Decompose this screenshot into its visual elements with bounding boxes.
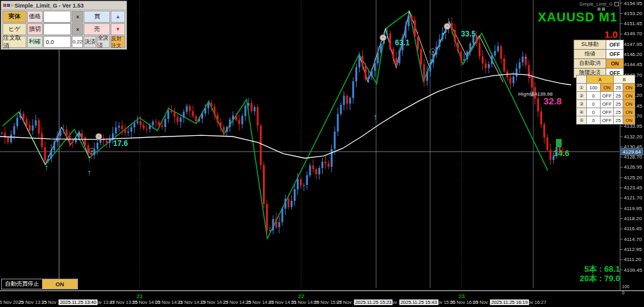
cancel-order-button[interactable]: 注文取消 <box>3 36 26 48</box>
candle-body <box>343 96 345 105</box>
candle-body <box>408 16 409 26</box>
candle-body <box>63 130 65 130</box>
candle-body <box>10 135 12 142</box>
order-panel-titlebar[interactable]: Simple_Limit_G - Ver 1.53 <box>1 1 126 10</box>
candle-body <box>260 126 262 165</box>
clear-price-button[interactable]: x <box>72 11 83 23</box>
stoploss-input[interactable] <box>43 23 72 35</box>
candle-body <box>279 222 280 227</box>
candle-body <box>303 185 305 186</box>
candle-body <box>263 165 265 204</box>
candle-body <box>441 33 443 39</box>
candle-body <box>84 137 86 145</box>
candle-body <box>149 125 151 129</box>
candle-body <box>13 126 15 135</box>
candle-body <box>41 133 43 147</box>
ab-b-state-button[interactable]: ON <box>623 100 635 108</box>
ab-a-state-button[interactable]: OFF <box>601 92 614 100</box>
toggle-button[interactable]: OFF <box>606 50 624 59</box>
body-button[interactable]: 実体 <box>3 11 26 23</box>
delete-icon[interactable] <box>614 2 619 6</box>
ab-b-value[interactable]: 25 <box>614 100 623 108</box>
candle-body <box>355 67 357 81</box>
ab-a-state-button[interactable]: OFF <box>601 100 614 108</box>
candle-body <box>411 16 413 20</box>
ab-b-value[interactable]: 25 <box>614 108 623 116</box>
ab-b-value[interactable]: 25 <box>614 116 623 125</box>
ab-a-value[interactable]: 0 <box>587 116 601 125</box>
title-dot-red <box>3 4 6 7</box>
candle-body <box>133 123 135 128</box>
candle-body <box>217 114 219 122</box>
candle-body <box>26 120 28 125</box>
candle-body <box>272 219 274 230</box>
ab-b-state-button[interactable]: ON <box>623 116 635 125</box>
autotrade-toggle-button[interactable]: ON <box>42 279 77 289</box>
ab-col-b[interactable]: B <box>614 75 635 84</box>
toggle-table: SL移動 OFF指値 OFF自動取消 ON陰陽決済 OFF <box>574 40 624 78</box>
candle-body <box>125 129 126 133</box>
price-tick-label: 4132.20 <box>624 134 642 140</box>
price-down-button[interactable]: ▼ <box>111 23 125 35</box>
time-marker-box: 2025.11.25 15:43 <box>399 299 438 305</box>
candle-body <box>23 113 25 119</box>
ab-b-state-button[interactable]: ON <box>623 84 635 92</box>
close-button[interactable]: 決済 <box>84 36 96 48</box>
sell-button[interactable]: 売 <box>84 23 110 35</box>
close-all-button[interactable]: 全決済 <box>97 36 110 48</box>
ab-b-state-button[interactable]: ON <box>623 92 635 100</box>
ab-b-state-button[interactable]: ON <box>623 108 635 116</box>
candle-body <box>491 55 493 64</box>
toggle-label: 自動取消 <box>574 59 606 69</box>
candle-body <box>183 112 185 118</box>
ab-row-number: ② <box>577 92 587 100</box>
ab-col-a[interactable]: A <box>587 75 614 84</box>
candle-body <box>235 116 237 120</box>
candle-body <box>127 131 129 133</box>
candle-body <box>50 150 52 159</box>
toggle-button[interactable]: ON <box>606 59 624 69</box>
ab-a-value[interactable]: 0 <box>587 108 601 116</box>
reverse-order-button[interactable]: 反対注文 <box>111 36 125 48</box>
price-tick-label: 4114.70 <box>624 237 642 242</box>
clear-stoploss-button[interactable]: x <box>72 23 83 35</box>
candle-body <box>229 120 231 127</box>
candle-body <box>349 98 351 104</box>
candle-body <box>479 43 480 56</box>
candle-body <box>38 120 40 133</box>
candle-body <box>140 121 142 125</box>
takeprofit-input[interactable]: 0.0 <box>43 36 72 48</box>
ab-a-state-button[interactable]: OFF <box>601 108 614 116</box>
ab-corner <box>577 75 587 84</box>
candle-body <box>96 143 98 149</box>
candle-body <box>60 130 62 136</box>
ab-a-state-button[interactable]: OFF <box>601 116 614 125</box>
chart-annotation: 33.5 <box>461 30 475 38</box>
candle-body <box>386 33 388 35</box>
title-dot-gold <box>11 4 14 7</box>
buy-signal-arrow-icon: ↑ <box>87 154 92 163</box>
price-tick-label: 4154.95 <box>624 1 642 6</box>
candle-body <box>106 140 108 143</box>
swing-marker-icon: * <box>444 23 451 30</box>
ab-a-value[interactable]: 100 <box>587 84 601 92</box>
candle-body <box>306 176 308 185</box>
price-input[interactable] <box>43 11 72 23</box>
ab-a-state-button[interactable]: ON <box>601 84 614 92</box>
price-tick-label: 4112.95 <box>624 247 642 252</box>
price-tick-label: 4151.45 <box>624 21 642 26</box>
candle-body <box>423 64 425 81</box>
candle-body <box>167 111 169 119</box>
buy-signal-arrow-icon: ↑ <box>374 113 378 121</box>
ab-b-value[interactable]: 25 <box>614 84 623 92</box>
ab-b-value[interactable]: 25 <box>614 92 623 100</box>
ab-a-value[interactable]: 0 <box>587 92 601 100</box>
trading-chart-window: 4154.954153.204151.454149.704147.954146.… <box>0 0 644 307</box>
ab-row: ① 100 ON 25 ON <box>577 84 635 92</box>
ab-a-value[interactable]: 0 <box>587 100 601 108</box>
toggle-button[interactable]: OFF <box>606 40 624 50</box>
buy-button[interactable]: 買 <box>84 11 110 23</box>
price-up-button[interactable]: ▲ <box>111 11 125 23</box>
chart-annotation: 14.6 <box>553 148 569 158</box>
candle-body <box>189 106 191 111</box>
